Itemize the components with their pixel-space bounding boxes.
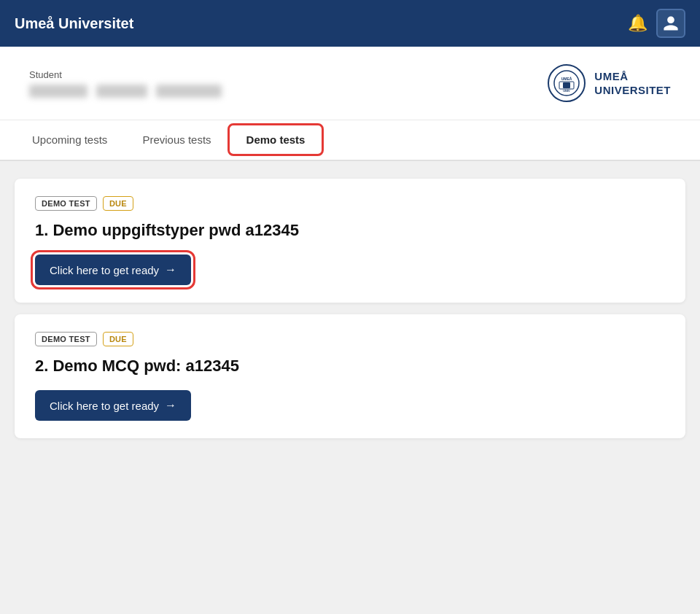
user-icon [662, 15, 680, 32]
university-name: UMEÅ UNIVERSITET [594, 69, 671, 98]
student-info: Student [29, 69, 222, 98]
due-badge-1: DUE [103, 196, 133, 211]
blur-block-1 [29, 85, 88, 98]
student-section: Student UMEÅ UNIV UMEÅ UNIVERSITET [0, 47, 700, 120]
user-profile-button[interactable] [656, 9, 685, 38]
svg-rect-3 [563, 82, 570, 88]
test-1-badges: DEMO TEST DUE [35, 196, 665, 211]
blur-block-2 [96, 85, 147, 98]
test-2-badges: DEMO TEST DUE [35, 332, 665, 346]
arrow-icon-2: → [165, 399, 176, 412]
tab-previous[interactable]: Previous tests [125, 120, 228, 161]
get-ready-button-1[interactable]: Click here to get ready → [35, 254, 191, 285]
test-card-1: DEMO TEST DUE 1. Demo uppgiftstyper pwd … [15, 179, 685, 303]
tab-upcoming[interactable]: Upcoming tests [15, 120, 125, 161]
due-badge-2: DUE [103, 332, 133, 346]
student-label: Student [29, 69, 222, 80]
header-actions: 🔔 [628, 9, 685, 38]
demo-badge-2: DEMO TEST [35, 332, 97, 346]
test-1-title: 1. Demo uppgiftstyper pwd a12345 [35, 221, 665, 240]
main-content: DEMO TEST DUE 1. Demo uppgiftstyper pwd … [0, 161, 700, 456]
test-card-2: DEMO TEST DUE 2. Demo MCQ pwd: a12345 Cl… [15, 314, 685, 438]
university-logo-circle: UMEÅ UNIV [548, 64, 586, 102]
blur-block-3 [156, 85, 222, 98]
student-name-blurred [29, 85, 222, 98]
svg-text:UMEÅ: UMEÅ [561, 77, 572, 81]
arrow-icon-1: → [165, 263, 176, 276]
tab-demo[interactable]: Demo tests [229, 120, 323, 161]
test-2-title: 2. Demo MCQ pwd: a12345 [35, 357, 665, 376]
university-logo: UMEÅ UNIV UMEÅ UNIVERSITET [548, 64, 671, 102]
svg-text:UNIV: UNIV [564, 89, 571, 93]
university-seal-icon: UMEÅ UNIV [553, 70, 580, 96]
notifications-icon[interactable]: 🔔 [628, 14, 648, 33]
app-title: Umeå Universitet [15, 15, 133, 32]
demo-badge-1: DEMO TEST [35, 196, 97, 211]
get-ready-button-2[interactable]: Click here to get ready → [35, 390, 191, 421]
tabs-nav: Upcoming tests Previous tests Demo tests [0, 120, 700, 161]
app-header: Umeå Universitet 🔔 [0, 0, 700, 47]
